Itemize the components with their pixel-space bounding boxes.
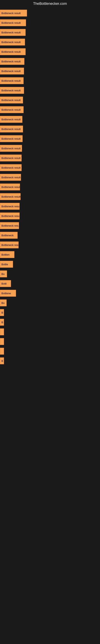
bar-row: Bottl: [0, 280, 100, 287]
bar-label: Bottleneck result: [1, 224, 19, 227]
result-bar: Bottleneck result: [0, 184, 20, 190]
bar-label: Bottleneck result: [1, 176, 21, 179]
bar-label: Bottleneck result: [1, 147, 21, 150]
bar-row: Bottleneck result: [0, 96, 100, 104]
bar-row: Bottleneck: [0, 232, 100, 239]
result-bar: Bottlen: [0, 251, 14, 258]
bar-row: Bottleneck result: [0, 212, 100, 220]
result-bar: Bottlene: [0, 290, 16, 297]
bar-row: Bottleneck result: [0, 154, 100, 162]
result-bar: Bottleneck result: [0, 87, 24, 94]
bar-label: Bottleneck result: [1, 89, 21, 92]
bar-label: Bottleneck result: [1, 214, 20, 218]
bar-label: Bottlene: [1, 292, 11, 295]
bar-row: B: [0, 357, 100, 364]
bar-row: Bottleneck result: [0, 48, 100, 55]
bar-label: Bottleneck result: [1, 50, 21, 53]
bar-label: B: [1, 360, 3, 362]
result-bar: Bo: [0, 300, 7, 306]
result-bar: Bo: [0, 270, 7, 277]
bar-row: B: [0, 318, 100, 326]
bar-label: Bo: [1, 272, 4, 276]
bar-row: Bottleneck result: [0, 19, 100, 26]
result-bar: Bottleneck result: [0, 212, 20, 219]
bar-row: Bo: [0, 299, 100, 306]
bar-row: [0, 328, 100, 336]
bar-label: Bottleneck result: [1, 137, 21, 140]
bar-row: Bottlen: [0, 251, 100, 258]
bar-row: Bottleneck result: [0, 164, 100, 171]
bar-label: Bottleneck result: [1, 195, 21, 198]
bar-label: Bottleneck: [1, 234, 14, 237]
result-bar: Bottleneck result: [0, 145, 22, 152]
result-bar: Bottleneck result: [0, 106, 24, 113]
bar-row: [0, 338, 100, 345]
bar-label: B: [1, 321, 3, 324]
result-bar: Bottleneck result: [0, 135, 23, 142]
bar-row: Bottlene: [0, 290, 100, 297]
bar-label: Bottleneck result: [1, 166, 21, 169]
result-bar: Bottleneck result: [0, 116, 22, 123]
bar-row: Bottleneck result: [0, 203, 100, 210]
bar-label: Bottleneck result: [1, 244, 19, 246]
bar-row: [0, 348, 100, 355]
result-bar: Bottleneck result: [0, 10, 27, 16]
result-bar: Bottleneck result: [0, 77, 24, 84]
bar-row: Bottleneck result: [0, 116, 100, 123]
bar-row: Bottleneck result: [0, 135, 100, 142]
result-bar: Bottleneck result: [0, 154, 22, 162]
result-bar: B: [0, 309, 4, 316]
result-bar: Bottleneck result: [0, 58, 24, 65]
bar-label: Bottleneck result: [1, 60, 21, 63]
result-bar: Bottleneck result: [0, 68, 24, 74]
bars-container: Bottleneck resultBottleneck resultBottle…: [0, 8, 100, 369]
bar-label: Bottl: [1, 282, 7, 285]
result-bar: Bottle: [0, 261, 13, 268]
bar-row: Bottleneck result: [0, 241, 100, 248]
bar-label: Bottleneck result: [1, 128, 21, 130]
result-bar: Bottleneck result: [0, 203, 20, 210]
result-bar: Bottleneck result: [0, 126, 23, 132]
result-bar: Bottleneck result: [0, 222, 19, 229]
bar-label: B: [1, 311, 3, 314]
site-title: TheBottlenecker.com: [0, 0, 100, 8]
bar-row: Bottleneck result: [0, 87, 100, 94]
bar-row: Bottleneck result: [0, 126, 100, 132]
bar-row: Bottleneck result: [0, 10, 100, 17]
bar-label: Bottleneck result: [1, 205, 20, 208]
bar-row: Bo: [0, 270, 100, 278]
result-bar: [0, 348, 4, 354]
bar-label: Bottleneck result: [1, 108, 21, 111]
bar-label: Bottleneck result: [1, 21, 21, 24]
result-bar: Bottl: [0, 280, 11, 287]
bar-label: Bottleneck result: [1, 118, 21, 121]
bar-row: B: [0, 309, 100, 316]
bar-row: Bottleneck result: [0, 106, 100, 113]
bar-label: Bottlen: [1, 253, 9, 256]
result-bar: Bottleneck result: [0, 242, 19, 248]
bar-row: Bottleneck result: [0, 38, 100, 46]
bar-row: Bottleneck result: [0, 68, 100, 75]
bar-row: Bottle: [0, 260, 100, 268]
result-bar: Bottleneck result: [0, 193, 21, 200]
bar-label: Bottleneck result: [1, 79, 21, 82]
bar-row: Bottleneck result: [0, 183, 100, 190]
result-bar: Bottleneck result: [0, 174, 21, 181]
bar-label: Bottleneck result: [1, 186, 20, 188]
result-bar: B: [0, 319, 4, 326]
bar-label: Bottleneck result: [1, 70, 21, 73]
bar-label: Bottleneck result: [1, 12, 21, 15]
result-bar: Bottleneck result: [0, 29, 26, 36]
result-bar: [0, 328, 4, 335]
bar-label: Bottleneck result: [1, 156, 21, 160]
result-bar: [0, 338, 4, 345]
bar-label: Bottleneck result: [1, 98, 21, 102]
bar-label: Bottleneck result: [1, 41, 21, 44]
bar-row: Bottleneck result: [0, 193, 100, 200]
bar-row: Bottleneck result: [0, 222, 100, 229]
bar-row: Bottleneck result: [0, 77, 100, 84]
bar-row: Bottleneck result: [0, 58, 100, 65]
result-bar: Bottleneck result: [0, 48, 26, 55]
bar-row: Bottleneck result: [0, 145, 100, 152]
bar-row: Bottleneck result: [0, 174, 100, 181]
